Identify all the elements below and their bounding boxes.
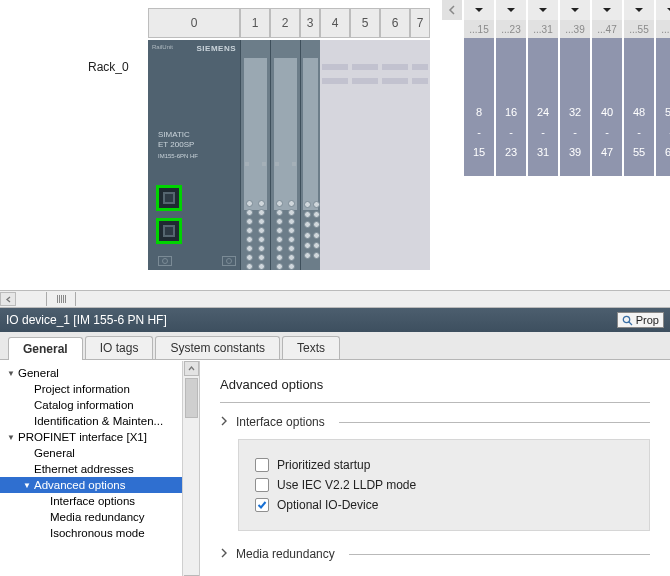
nav-item-identification-mainten[interactable]: Identification & Mainten...	[0, 413, 199, 429]
chevron-right-icon[interactable]	[220, 415, 228, 429]
collapse-icon[interactable]: ▼	[22, 481, 32, 490]
brand-label: SIEMENS	[196, 44, 236, 53]
exp-start: 16	[505, 106, 517, 118]
scroll-left-button[interactable]	[0, 292, 16, 306]
exp-range-label: ...47	[592, 20, 622, 38]
exp-range-label: ...31	[528, 20, 558, 38]
inspector-titlebar: IO device_1 [IM 155-6 PN HF] Prop	[0, 308, 670, 332]
rack-body[interactable]: RailUnit SIEMENS SIMATIC ET 200SP IM155-…	[148, 40, 430, 270]
nav-item-general[interactable]: General	[0, 445, 199, 461]
rack-slot-0[interactable]: RailUnit SIEMENS SIMATIC ET 200SP IM155-…	[148, 40, 240, 270]
rack-label: Rack_0	[88, 60, 129, 74]
exp-end: 15	[473, 146, 485, 158]
nav-item-advanced-options[interactable]: ▼Advanced options	[0, 477, 199, 493]
nav-item-interface-options[interactable]: Interface options	[0, 493, 199, 509]
properties-button[interactable]: Prop	[617, 312, 664, 328]
nav-item-general[interactable]: ▼General	[0, 365, 199, 381]
rail-label: RailUnit	[152, 44, 173, 50]
slot-header-7[interactable]: 7	[410, 8, 430, 38]
exp-range-label: ...55	[624, 20, 654, 38]
option-row: Prioritized startup	[255, 458, 633, 472]
dropdown-arrow-icon[interactable]	[656, 0, 670, 20]
subsection-media-redundancy[interactable]: Media redundancy	[220, 547, 650, 561]
property-nav[interactable]: ▼GeneralProject informationCatalog infor…	[0, 361, 200, 576]
dropdown-arrow-icon[interactable]	[528, 0, 558, 20]
nav-item-ethernet-addresses[interactable]: Ethernet addresses	[0, 461, 199, 477]
checkbox-use-iec-v2-2-lldp-mode[interactable]	[255, 478, 269, 492]
nav-item-project-information[interactable]: Project information	[0, 381, 199, 397]
subsection-interface-options[interactable]: Interface options	[220, 415, 650, 429]
slot-header-4[interactable]: 4	[320, 8, 350, 38]
checkbox-prioritized-startup[interactable]	[255, 458, 269, 472]
exp-end: 23	[505, 146, 517, 158]
dropdown-arrow-icon[interactable]	[560, 0, 590, 20]
rack-slot-6[interactable]	[380, 40, 410, 270]
option-row: Optional IO-Device	[255, 498, 633, 512]
slot-header-2[interactable]: 2	[270, 8, 300, 38]
tab-system-constants[interactable]: System constants	[155, 336, 280, 359]
scroll-left-icon[interactable]	[442, 0, 462, 20]
nav-item-label: General	[34, 447, 75, 459]
scroll-up-button[interactable]	[184, 361, 199, 376]
dropdown-arrow-icon[interactable]	[624, 0, 654, 20]
slot-header-6[interactable]: 6	[380, 8, 410, 38]
pn-port-2[interactable]	[156, 218, 182, 244]
checkbox-optional-io-device[interactable]	[255, 498, 269, 512]
dropdown-arrow-icon[interactable]	[496, 0, 526, 20]
module-label: SIMATIC ET 200SP IM155-6PN HF	[158, 130, 198, 161]
expansion-columns: ...158-15...2316-23...3124-31...3932-39.…	[442, 0, 670, 176]
rack-slot-7[interactable]	[410, 40, 430, 270]
scroll-thumb[interactable]	[185, 378, 198, 418]
collapse-icon[interactable]: ▼	[6, 369, 16, 378]
exp-end: 39	[569, 146, 581, 158]
chevron-right-icon[interactable]	[220, 547, 228, 561]
exp-col-0[interactable]: ...158-15	[464, 0, 494, 176]
svg-point-0	[623, 316, 629, 322]
dropdown-arrow-icon[interactable]	[464, 0, 494, 20]
rack-slot-3[interactable]	[300, 40, 320, 270]
slot-header-3[interactable]: 3	[300, 8, 320, 38]
exp-col-2[interactable]: ...3124-31	[528, 0, 558, 176]
pane-splitter[interactable]	[0, 290, 670, 308]
rack-slot-4[interactable]	[320, 40, 350, 270]
slot-header-1[interactable]: 1	[240, 8, 270, 38]
collapse-icon[interactable]: ▼	[6, 433, 16, 442]
nav-item-profinet-interface-x1[interactable]: ▼PROFINET interface [X1]	[0, 429, 199, 445]
nav-scrollbar[interactable]	[182, 361, 199, 576]
exp-start: 56	[665, 106, 670, 118]
nav-item-isochronous-mode[interactable]: Isochronous mode	[0, 525, 199, 541]
exp-col-1[interactable]: ...2316-23	[496, 0, 526, 176]
exp-col-4[interactable]: ...4740-47	[592, 0, 622, 176]
exp-end: 31	[537, 146, 549, 158]
nav-item-catalog-information[interactable]: Catalog information	[0, 397, 199, 413]
tab-io-tags[interactable]: IO tags	[85, 336, 154, 359]
exp-col-3[interactable]: ...3932-39	[560, 0, 590, 176]
tab-general[interactable]: General	[8, 337, 83, 360]
tab-texts[interactable]: Texts	[282, 336, 340, 359]
split-handle[interactable]	[46, 292, 76, 306]
inspector-tabs: GeneralIO tagsSystem constantsTexts	[0, 332, 670, 360]
dropdown-arrow-icon[interactable]	[592, 0, 622, 20]
slot-header-0[interactable]: 0	[148, 8, 240, 38]
exp-end: 55	[633, 146, 645, 158]
checkbox-label: Use IEC V2.2 LLDP mode	[277, 478, 416, 492]
nav-item-label: PROFINET interface [X1]	[18, 431, 147, 443]
rack-slot-2[interactable]	[270, 40, 300, 270]
slot-header-5[interactable]: 5	[350, 8, 380, 38]
dash: -	[477, 126, 481, 138]
rack-slot-5[interactable]	[350, 40, 380, 270]
dash: -	[573, 126, 577, 138]
nav-item-media-redundancy[interactable]: Media redundancy	[0, 509, 199, 525]
property-content: Advanced options Interface options Prior…	[200, 361, 670, 576]
rack-feet	[158, 256, 236, 266]
rack-slot-1[interactable]	[240, 40, 270, 270]
exp-start: 32	[569, 106, 581, 118]
exp-range-label: ...15	[464, 20, 494, 38]
exp-col-6[interactable]: ...6556-65	[656, 0, 670, 176]
nav-item-label: Media redundancy	[50, 511, 145, 523]
interface-options-box: Prioritized startupUse IEC V2.2 LLDP mod…	[238, 439, 650, 531]
pn-port-1[interactable]	[156, 185, 182, 211]
nav-item-label: Identification & Mainten...	[34, 415, 163, 427]
exp-col-5[interactable]: ...5548-55	[624, 0, 654, 176]
hardware-canvas[interactable]: Rack_0 01234567 RailUnit SIEMENS SIMATIC…	[0, 0, 670, 290]
